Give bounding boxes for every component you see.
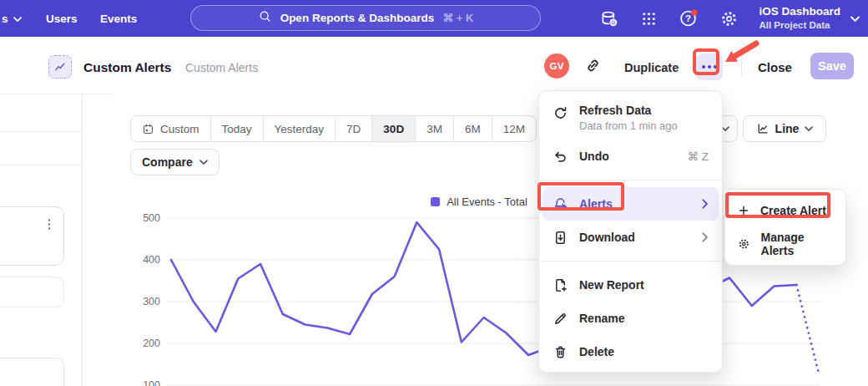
global-search-input[interactable]: Open Reports & Dashboards ⌘ + K [190,5,541,31]
avatar[interactable]: GV [544,53,569,79]
breadcrumb: Custom Alerts [185,61,258,74]
more-actions-menu: Refresh Data Data from 1 min ago Undo ⌘ … [538,90,723,373]
delete-trash-icon [553,344,568,360]
bell-plus-icon [553,196,568,212]
submenu-item-create-alert[interactable]: Create Alert [725,194,845,227]
submenu-item-label: Create Alert [760,204,826,217]
new-report-icon [553,277,568,293]
range-7d[interactable]: 7D [336,116,372,141]
line-chart-icon [756,122,770,135]
range-custom[interactable]: Custom [131,116,211,141]
panel-divider [0,94,112,94]
menu-item-label: Refresh Data [579,104,651,117]
chevron-down-icon [13,13,22,25]
panel-divider [0,165,82,165]
nav-item-users[interactable]: Users [46,0,78,37]
compare-button[interactable]: Compare [130,149,220,175]
panel-divider [0,131,82,132]
chevron-right-icon [702,232,709,242]
more-actions-button[interactable] [696,53,723,80]
refresh-status-text: Data from 1 min ago [579,119,678,132]
page-title: Custom Alerts [83,60,171,75]
chevron-right-icon [702,199,709,209]
range-label: Yesterday [275,123,325,135]
y-tick-label: 300 [125,296,160,307]
menu-item-label: Delete [579,345,614,358]
builder-card[interactable] [0,358,64,386]
compare-label: Compare [142,155,193,169]
project-name: iOS Dashboard [759,5,840,19]
y-tick-label: 500 [125,212,160,224]
menu-item-new-report[interactable]: New Report [539,268,722,302]
search-placeholder: Open Reports & Dashboards [280,12,435,24]
range-3m[interactable]: 3M [416,116,454,141]
data-management-icon[interactable] [598,8,618,28]
settings-gear-icon [737,236,751,251]
search-icon [258,9,272,27]
menu-item-delete[interactable]: Delete [539,335,722,368]
menu-item-label: New Report [579,278,644,292]
project-switcher[interactable]: iOS Dashboard All Project Data [759,5,840,31]
apps-grid-icon[interactable] [638,8,659,28]
search-shortcut: ⌘ + K [442,12,473,24]
range-label: 30D [383,123,404,135]
svg-text:?: ? [686,13,692,23]
rename-pencil-icon [553,311,568,327]
help-icon[interactable]: ? [679,8,699,28]
nav-item-events[interactable]: Events [100,0,137,37]
range-12m[interactable]: 12M [492,116,536,141]
builder-card[interactable] [0,206,64,266]
notification-dot [692,9,698,15]
nav-item-boards-partial[interactable]: s [2,0,22,37]
duplicate-button[interactable]: Duplicate [624,61,679,74]
menu-item-label: Undo [579,150,609,163]
menu-item-rename[interactable]: Rename [539,302,722,335]
builder-card[interactable] [0,277,64,307]
legend-label: All Events - Total [447,196,527,208]
chevron-down-icon [805,126,813,132]
download-icon [553,230,568,246]
submenu-item-manage-alerts[interactable]: Manage Alerts [725,227,845,261]
alerts-submenu: Create Alert Manage Alerts [724,189,846,266]
close-button[interactable]: Close [758,60,792,74]
plus-icon [737,204,750,217]
range-30d-selected[interactable]: 30D [372,116,416,141]
menu-divider [539,180,722,180]
range-label: 3M [426,123,442,135]
range-label: Custom [160,123,199,135]
chevron-down-icon[interactable] [850,11,860,26]
menu-item-download[interactable]: Download [539,221,722,254]
y-tick-label: 400 [125,254,160,266]
chevron-down-icon [199,160,208,165]
kebab-icon[interactable] [47,217,53,231]
menu-item-undo[interactable]: Undo ⌘ Z [539,140,722,173]
range-yesterday[interactable]: Yesterday [264,116,336,141]
submenu-item-label: Manage Alerts [761,231,834,257]
y-tick-label: 100 [125,379,160,386]
menu-item-refresh-data[interactable]: Refresh Data Data from 1 min ago [539,96,722,140]
menu-divider [539,261,722,262]
app-window: s Users Events Open Reports & Dashboards… [0,0,868,386]
legend-swatch [431,197,440,206]
undo-icon [553,149,568,165]
nav-item-label: Users [46,13,78,25]
settings-gear-icon[interactable] [719,8,739,28]
divider [741,53,742,77]
save-button[interactable]: Save [810,53,854,79]
report-type-icon [48,55,72,79]
report-header: Custom Alerts Custom Alerts GV Duplicate… [0,37,868,94]
range-label: 12M [503,123,525,135]
range-6m[interactable]: 6M [454,116,492,141]
chart-type-button[interactable]: Line [743,115,826,142]
copy-link-icon[interactable] [584,57,603,75]
menu-item-label: Download [579,231,635,244]
range-today[interactable]: Today [211,116,264,141]
top-navbar: s Users Events Open Reports & Dashboards… [0,0,868,37]
menu-item-alerts[interactable]: Alerts [542,187,719,221]
range-label: 7D [346,123,361,135]
calendar-icon [142,123,154,135]
range-label: Today [222,123,252,135]
panel-vertical-divider [82,94,83,386]
undo-shortcut: ⌘ Z [688,150,709,163]
date-range-control: Custom Today Yesterday 7D 30D 3M 6M 12M [130,115,537,142]
